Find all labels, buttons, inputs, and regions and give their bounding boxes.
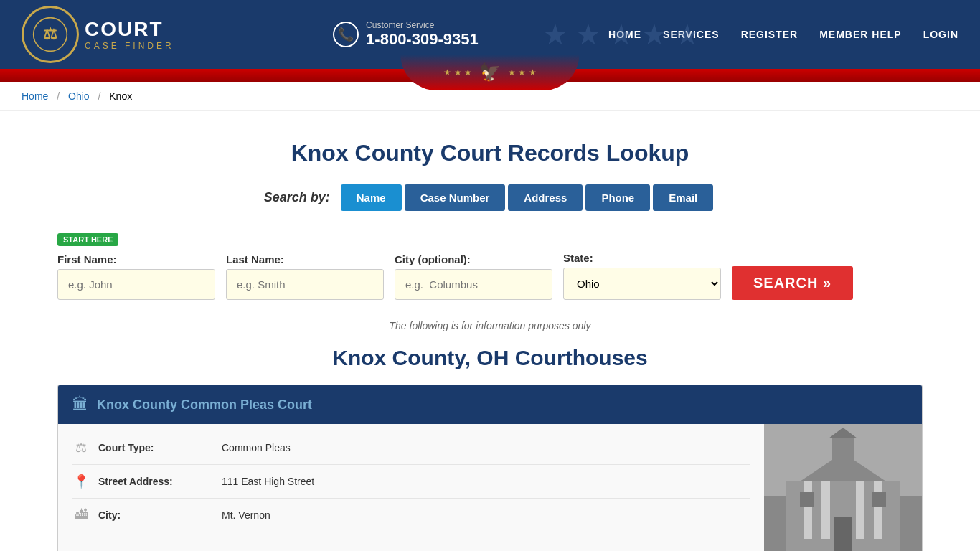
building-icon: 🏛	[72, 395, 88, 414]
courthouse-svg	[764, 424, 922, 551]
last-name-group: Last Name:	[226, 253, 384, 300]
breadcrumb-county: Knox	[109, 90, 132, 102]
cs-label: Customer Service	[366, 20, 479, 30]
courthouse-card: 🏛 Knox County Common Pleas Court ⚖ Court…	[57, 385, 923, 551]
svg-rect-6	[804, 481, 812, 539]
tab-name[interactable]: Name	[341, 184, 402, 211]
logo-court-label: COURT	[85, 18, 174, 41]
court-type-icon: ⚖	[72, 440, 90, 456]
courthouse-body: ⚖ Court Type: Common Pleas 📍 Street Addr…	[58, 424, 922, 551]
city-group: City (optional):	[395, 253, 552, 300]
logo-circle: ⚖	[22, 6, 79, 63]
court-type-label: Court Type:	[98, 442, 213, 453]
cs-text: Customer Service 1-800-309-9351	[366, 20, 479, 49]
star-1: ★	[542, 18, 568, 51]
street-address-label: Street Address:	[98, 476, 213, 487]
cs-phone: 1-800-309-9351	[366, 30, 479, 49]
star-3: ★	[608, 18, 634, 51]
svg-rect-9	[874, 481, 882, 539]
state-select[interactable]: Ohio	[563, 268, 721, 300]
logo-area: ⚖ COURT CASE FINDER	[22, 6, 174, 63]
svg-rect-13	[872, 492, 886, 507]
breadcrumb-state[interactable]: Ohio	[68, 90, 90, 102]
form-row: First Name: Last Name: City (optional): …	[57, 252, 923, 300]
tab-email[interactable]: Email	[653, 184, 713, 211]
svg-rect-8	[856, 481, 864, 539]
logo-icon: ⚖	[32, 17, 68, 52]
street-address-value: 111 East High Street	[222, 476, 314, 487]
svg-rect-12	[800, 492, 814, 507]
tab-address[interactable]: Address	[508, 184, 583, 211]
star-4: ★	[641, 18, 667, 51]
tab-case-number[interactable]: Case Number	[405, 184, 506, 211]
breadcrumb-sep-1: /	[57, 90, 60, 102]
nav-login[interactable]: LOGIN	[923, 29, 958, 40]
city-label: City (optional):	[395, 253, 552, 265]
eagle-icon: 🦅	[479, 62, 501, 83]
star-5: ★	[674, 18, 700, 51]
red-banner: ★ ★ ★ 🦅 ★ ★ ★	[0, 69, 980, 82]
first-name-group: First Name:	[57, 253, 215, 300]
tab-phone[interactable]: Phone	[585, 184, 650, 211]
courthouses-title: Knox County, OH Courthouses	[57, 346, 923, 370]
first-name-label: First Name:	[57, 253, 215, 265]
search-by-row: Search by: Name Case Number Address Phon…	[57, 184, 923, 211]
eagle-banner: ★ ★ ★ 🦅 ★ ★ ★	[400, 55, 579, 90]
nav-member-help[interactable]: MEMBER HELP	[819, 29, 901, 40]
city-detail-value: Mt. Vernon	[222, 509, 270, 521]
customer-service: 📞 Customer Service 1-800-309-9351	[333, 20, 479, 49]
banner-star-left: ★ ★ ★	[443, 67, 472, 77]
state-group: State: Ohio	[563, 252, 721, 300]
court-type-value: Common Pleas	[222, 442, 291, 453]
svg-rect-7	[821, 481, 830, 539]
court-type-row: ⚖ Court Type: Common Pleas	[72, 431, 750, 465]
banner-star-right: ★ ★ ★	[508, 67, 537, 77]
info-note: The following is for information purpose…	[57, 320, 923, 331]
svg-rect-14	[832, 438, 854, 460]
last-name-input[interactable]	[226, 269, 384, 300]
city-row: 🏙 City: Mt. Vernon	[72, 499, 750, 531]
courthouse-name-link[interactable]: Knox County Common Pleas Court	[97, 397, 312, 413]
state-label: State:	[563, 252, 721, 264]
phone-icon: 📞	[333, 22, 359, 47]
start-here-badge: START HERE	[57, 233, 118, 246]
page-title: Knox County Court Records Lookup	[57, 140, 923, 166]
logo-text: COURT CASE FINDER	[85, 18, 174, 51]
breadcrumb-sep-2: /	[98, 90, 101, 102]
svg-rect-10	[834, 517, 852, 551]
street-address-row: 📍 Street Address: 111 East High Street	[72, 465, 750, 499]
search-button[interactable]: SEARCH »	[732, 266, 853, 300]
address-icon: 📍	[72, 474, 90, 489]
logo-case-finder-label: CASE FINDER	[85, 41, 174, 51]
first-name-input[interactable]	[57, 269, 215, 300]
main-content: Knox County Court Records Lookup Search …	[0, 111, 980, 551]
city-input[interactable]	[395, 269, 552, 300]
breadcrumb-home[interactable]: Home	[22, 90, 48, 102]
svg-text:⚖: ⚖	[43, 25, 57, 43]
search-form-area: START HERE First Name: Last Name: City (…	[57, 225, 923, 307]
courthouse-details: ⚖ Court Type: Common Pleas 📍 Street Addr…	[58, 424, 764, 551]
search-by-label: Search by:	[264, 190, 330, 205]
courthouse-image	[764, 424, 922, 551]
star-2: ★	[575, 18, 601, 51]
city-icon: 🏙	[72, 507, 90, 522]
city-detail-label: City:	[98, 509, 213, 521]
courthouse-header: 🏛 Knox County Common Pleas Court	[58, 385, 922, 424]
last-name-label: Last Name:	[226, 253, 384, 265]
